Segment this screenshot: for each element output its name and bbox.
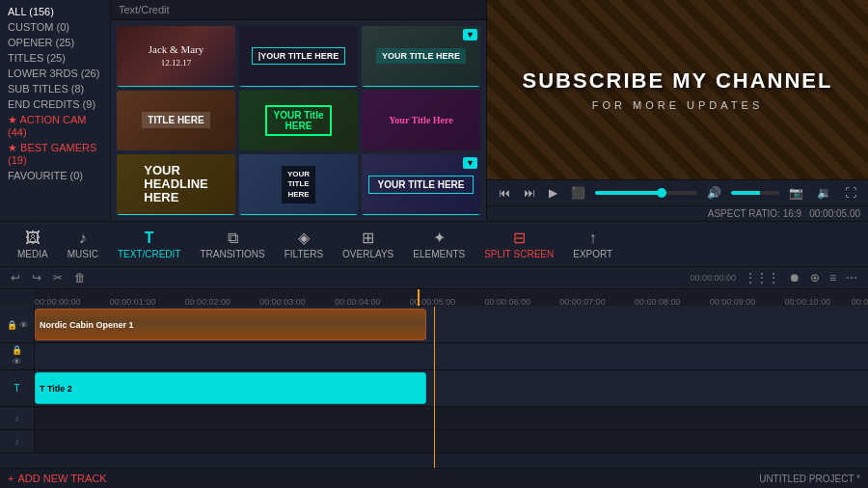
media-label-title1: Title 1 [239, 86, 358, 87]
record-btn[interactable]: ⏺ [786, 270, 803, 285]
text-track-icon: T [14, 383, 19, 393]
media-item-title2[interactable]: ▼ YOUR TITLE HERE Title 2 [362, 26, 480, 87]
media-label-title8: Title 8 [362, 214, 480, 215]
sidebar-item-endcredits[interactable]: END CREDITS (9) [0, 96, 110, 112]
track-content-text[interactable]: T Title 2 [35, 370, 868, 406]
add-track-btn[interactable]: + ADD NEW TRACK [8, 473, 107, 484]
track-row-audio1: ♪ [0, 407, 868, 430]
add-track-icon: + [8, 473, 14, 484]
time-slider-fill [595, 191, 662, 195]
media-item-title8[interactable]: ▼ YOUR TITLE HERE Title 8 [362, 154, 480, 215]
ruler-3: 00:00:03:00 [259, 297, 306, 307]
top-area: ALL (156) CUSTOM (0) OPENER (25) TITLES … [0, 0, 868, 221]
media-item-title1[interactable]: |YOUR TITLE HERE Title 1 [239, 26, 358, 87]
preview-area: SUBSCRIBE MY CHANNEL FOR MORE UPDATES ⏮ … [487, 0, 868, 221]
tool-transitions[interactable]: ⧉ TRANSITIONS [190, 226, 274, 263]
download-badge-title8: ▼ [463, 157, 477, 169]
media-thumb-opener25: Jack & Mary12.12.17 [117, 26, 235, 86]
tl-cut-btn[interactable]: ✂ [50, 270, 66, 285]
track-header-text: T [0, 370, 35, 406]
track-content-video[interactable]: Nordic Cabin Opener 1 [35, 307, 868, 342]
media-label-title2: Title 2 [362, 86, 480, 87]
media-item-title5[interactable]: Your Title Here Title 5 [362, 91, 480, 151]
tool-textcredit[interactable]: T TEXT/CREDIT [108, 226, 191, 263]
media-item-title3[interactable]: TITLE HERE Title 3 [117, 91, 235, 151]
tl-settings-btn[interactable]: ⊕ [807, 270, 823, 285]
tool-elements[interactable]: ✦ ELEMENTS [403, 225, 475, 263]
track-content-empty[interactable] [35, 343, 868, 369]
thumb-text-title8: YOUR TITLE HERE [368, 176, 473, 194]
thumb-text-title6: YOURHEADLINEHERE [140, 164, 211, 205]
media-thumb-title3: TITLE HERE [117, 91, 235, 150]
tool-media[interactable]: 🖼 MEDIA [8, 226, 58, 263]
transitions-icon: ⧉ [228, 230, 238, 247]
play-btn[interactable]: ▶ [545, 184, 561, 202]
tool-overlays-label: OVERLAYS [342, 249, 393, 259]
tl-delete-btn[interactable]: 🗑 [71, 270, 89, 285]
stop-btn[interactable]: ⬛ [567, 184, 589, 202]
track-empty-eye-btn[interactable]: 👁 [13, 357, 21, 366]
thumb-text-title7: YOURTITLEHERE [282, 166, 315, 203]
ruler-1: 00:00:01:00 [110, 297, 156, 307]
tl-layout-btn[interactable]: ≡ [827, 270, 839, 285]
tool-overlays[interactable]: ⊞ OVERLAYS [333, 225, 403, 263]
track-content-audio1[interactable] [35, 407, 868, 429]
track-header-empty: 🔒 👁 [0, 343, 35, 369]
track-content-audio2[interactable] [35, 430, 868, 452]
track-empty-lock-btn[interactable]: 🔒 [12, 345, 22, 355]
timeline-controls: ↩ ↪ ✂ 🗑 00:00:00:00 ⋮⋮⋮ ⏺ ⊕ ≡ ⋯ [0, 267, 868, 289]
vol2-btn[interactable]: 🔉 [813, 184, 835, 202]
ruler-playhead [418, 289, 420, 307]
video-clip[interactable]: Nordic Cabin Opener 1 [35, 309, 426, 340]
time-slider[interactable] [595, 191, 697, 195]
thumb-text-title1: |YOUR TITLE HERE [252, 47, 346, 65]
redo-btn[interactable]: ↪ [29, 270, 44, 285]
overlays-icon: ⊞ [362, 229, 374, 247]
track-header-video: 🔒 👁 [0, 307, 35, 342]
media-label-title4: Title 4 [239, 150, 358, 151]
text-clip[interactable]: T Title 2 [35, 372, 426, 404]
media-item-opener25[interactable]: Jack & Mary12.12.17 Opener 25 [117, 26, 235, 87]
thumb-text-title5: Your Title Here [389, 115, 452, 125]
volume-slider[interactable] [731, 191, 779, 195]
track-lock-btn[interactable]: 🔒 [7, 320, 17, 330]
camera-btn[interactable]: 📷 [785, 184, 807, 202]
sidebar-item-opener[interactable]: OPENER (25) [0, 35, 110, 50]
download-badge-title2: ▼ [463, 29, 477, 41]
vol-btn[interactable]: 🔊 [703, 184, 725, 202]
sidebar-item-bestgamers[interactable]: ★ BEST GAMERS (19) [0, 140, 110, 168]
media-item-title4[interactable]: YOUR TitleHERE Title 4 [239, 91, 358, 151]
step-back-btn[interactable]: ⏭ [520, 184, 539, 202]
zoom-bar-btn[interactable]: ⋮⋮⋮ [742, 270, 782, 285]
sidebar-item-subtitles[interactable]: SUB TITLES (8) [0, 81, 110, 96]
media-thumb-title6: YOURHEADLINEHERE [117, 154, 235, 214]
media-item-title7[interactable]: YOURTITLEHERE Title 7 [239, 154, 358, 215]
preview-controls: ⏮ ⏭ ▶ ⬛ 🔊 📷 🔉 ⛶ [487, 179, 868, 205]
media-item-title6[interactable]: YOURHEADLINEHERE Title 6 [117, 154, 235, 215]
media-icon: 🖼 [25, 230, 41, 247]
track-eye-btn[interactable]: 👁 [19, 320, 28, 330]
tool-media-label: MEDIA [17, 249, 48, 259]
tool-transitions-label: TRANSITIONS [200, 249, 264, 259]
tool-export[interactable]: ↑ EXPORT [563, 226, 622, 263]
ruler-0: 00:00:00:00 [35, 297, 81, 307]
sidebar-item-lower3rds[interactable]: LOWER 3RDS (26) [0, 66, 110, 81]
tool-splitscreen[interactable]: ⊟ SPLIT SCREEN [475, 225, 563, 263]
tool-music[interactable]: ♪ MUSIC [58, 226, 108, 263]
timeline-ruler: 00:00:00:00 00:00:01:00 00:00:02:00 00:0… [0, 289, 868, 307]
sidebar-item-custom[interactable]: CUSTOM (0) [0, 19, 110, 35]
sidebar-item-all[interactable]: ALL (156) [0, 4, 110, 19]
sidebar-item-favourite[interactable]: FAVOURITE (0) [0, 168, 110, 183]
undo-btn[interactable]: ↩ [8, 270, 23, 285]
sidebar: ALL (156) CUSTOM (0) OPENER (25) TITLES … [0, 0, 111, 221]
tl-more-btn[interactable]: ⋯ [843, 270, 860, 285]
thumb-text-title2: YOUR TITLE HERE [376, 48, 466, 64]
fullscreen-btn[interactable]: ⛶ [841, 184, 860, 202]
tl-right-buttons: ⋮⋮⋮ ⏺ ⊕ ≡ ⋯ [742, 270, 860, 285]
jump-start-btn[interactable]: ⏮ [495, 184, 514, 202]
media-panel: Text/Credit Jack & Mary12.12.17 Opener 2… [111, 0, 487, 221]
sidebar-item-actioncam[interactable]: ★ ACTION CAM (44) [0, 112, 110, 140]
media-thumb-title4: YOUR TitleHERE [239, 91, 358, 150]
tool-filters[interactable]: ◈ FILTERS [275, 225, 333, 263]
sidebar-item-titles[interactable]: TITLES (25) [0, 50, 110, 66]
